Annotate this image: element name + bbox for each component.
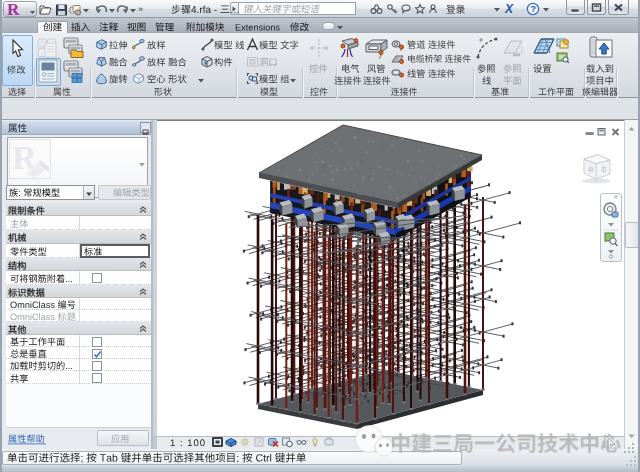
svg-text:R: R [7,2,20,17]
svg-text:?: ? [531,4,537,14]
